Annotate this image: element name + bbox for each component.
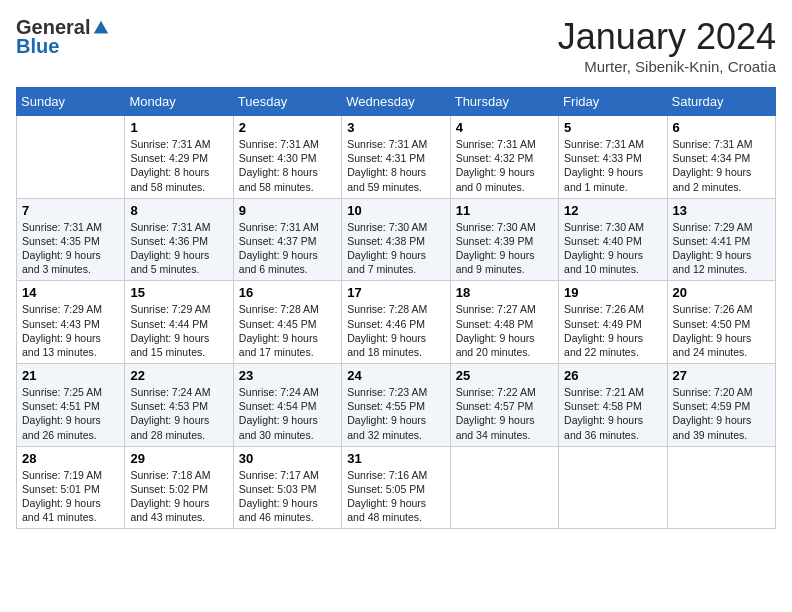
month-title: January 2024 <box>558 16 776 58</box>
calendar-cell: 10Sunrise: 7:30 AMSunset: 4:38 PMDayligh… <box>342 198 450 281</box>
weekday-header-cell: Wednesday <box>342 88 450 116</box>
calendar-cell: 7Sunrise: 7:31 AMSunset: 4:35 PMDaylight… <box>17 198 125 281</box>
day-number: 21 <box>22 368 119 383</box>
page-header: General Blue January 2024 Murter, Sibeni… <box>16 16 776 75</box>
calendar-week-row: 7Sunrise: 7:31 AMSunset: 4:35 PMDaylight… <box>17 198 776 281</box>
day-number: 24 <box>347 368 444 383</box>
cell-sun-info: Sunrise: 7:17 AMSunset: 5:03 PMDaylight:… <box>239 468 336 525</box>
calendar-cell: 23Sunrise: 7:24 AMSunset: 4:54 PMDayligh… <box>233 364 341 447</box>
cell-sun-info: Sunrise: 7:30 AMSunset: 4:38 PMDaylight:… <box>347 220 444 277</box>
calendar-cell: 27Sunrise: 7:20 AMSunset: 4:59 PMDayligh… <box>667 364 775 447</box>
calendar-cell: 26Sunrise: 7:21 AMSunset: 4:58 PMDayligh… <box>559 364 667 447</box>
cell-sun-info: Sunrise: 7:23 AMSunset: 4:55 PMDaylight:… <box>347 385 444 442</box>
calendar-cell: 18Sunrise: 7:27 AMSunset: 4:48 PMDayligh… <box>450 281 558 364</box>
calendar-cell: 3Sunrise: 7:31 AMSunset: 4:31 PMDaylight… <box>342 116 450 199</box>
cell-sun-info: Sunrise: 7:31 AMSunset: 4:31 PMDaylight:… <box>347 137 444 194</box>
day-number: 14 <box>22 285 119 300</box>
logo-blue: Blue <box>16 35 59 58</box>
svg-marker-0 <box>94 20 108 33</box>
calendar-cell: 31Sunrise: 7:16 AMSunset: 5:05 PMDayligh… <box>342 446 450 529</box>
calendar-cell: 21Sunrise: 7:25 AMSunset: 4:51 PMDayligh… <box>17 364 125 447</box>
day-number: 3 <box>347 120 444 135</box>
calendar-cell: 22Sunrise: 7:24 AMSunset: 4:53 PMDayligh… <box>125 364 233 447</box>
day-number: 23 <box>239 368 336 383</box>
day-number: 11 <box>456 203 553 218</box>
calendar-cell: 12Sunrise: 7:30 AMSunset: 4:40 PMDayligh… <box>559 198 667 281</box>
day-number: 5 <box>564 120 661 135</box>
day-number: 7 <box>22 203 119 218</box>
cell-sun-info: Sunrise: 7:31 AMSunset: 4:34 PMDaylight:… <box>673 137 770 194</box>
calendar-cell: 1Sunrise: 7:31 AMSunset: 4:29 PMDaylight… <box>125 116 233 199</box>
day-number: 12 <box>564 203 661 218</box>
day-number: 10 <box>347 203 444 218</box>
weekday-header-cell: Saturday <box>667 88 775 116</box>
weekday-header-cell: Sunday <box>17 88 125 116</box>
calendar-cell: 30Sunrise: 7:17 AMSunset: 5:03 PMDayligh… <box>233 446 341 529</box>
calendar-cell: 8Sunrise: 7:31 AMSunset: 4:36 PMDaylight… <box>125 198 233 281</box>
calendar-cell: 29Sunrise: 7:18 AMSunset: 5:02 PMDayligh… <box>125 446 233 529</box>
logo-icon <box>92 19 110 37</box>
location: Murter, Sibenik-Knin, Croatia <box>558 58 776 75</box>
cell-sun-info: Sunrise: 7:31 AMSunset: 4:37 PMDaylight:… <box>239 220 336 277</box>
cell-sun-info: Sunrise: 7:22 AMSunset: 4:57 PMDaylight:… <box>456 385 553 442</box>
calendar-cell: 4Sunrise: 7:31 AMSunset: 4:32 PMDaylight… <box>450 116 558 199</box>
calendar-cell: 5Sunrise: 7:31 AMSunset: 4:33 PMDaylight… <box>559 116 667 199</box>
cell-sun-info: Sunrise: 7:31 AMSunset: 4:29 PMDaylight:… <box>130 137 227 194</box>
calendar-cell: 2Sunrise: 7:31 AMSunset: 4:30 PMDaylight… <box>233 116 341 199</box>
calendar-cell: 9Sunrise: 7:31 AMSunset: 4:37 PMDaylight… <box>233 198 341 281</box>
day-number: 22 <box>130 368 227 383</box>
weekday-header-cell: Thursday <box>450 88 558 116</box>
calendar-cell <box>450 446 558 529</box>
calendar-cell: 14Sunrise: 7:29 AMSunset: 4:43 PMDayligh… <box>17 281 125 364</box>
day-number: 15 <box>130 285 227 300</box>
cell-sun-info: Sunrise: 7:28 AMSunset: 4:46 PMDaylight:… <box>347 302 444 359</box>
cell-sun-info: Sunrise: 7:31 AMSunset: 4:32 PMDaylight:… <box>456 137 553 194</box>
calendar-cell <box>17 116 125 199</box>
weekday-header-cell: Tuesday <box>233 88 341 116</box>
day-number: 1 <box>130 120 227 135</box>
day-number: 31 <box>347 451 444 466</box>
day-number: 13 <box>673 203 770 218</box>
cell-sun-info: Sunrise: 7:18 AMSunset: 5:02 PMDaylight:… <box>130 468 227 525</box>
day-number: 6 <box>673 120 770 135</box>
calendar-table: SundayMondayTuesdayWednesdayThursdayFrid… <box>16 87 776 529</box>
cell-sun-info: Sunrise: 7:29 AMSunset: 4:44 PMDaylight:… <box>130 302 227 359</box>
day-number: 2 <box>239 120 336 135</box>
calendar-cell <box>667 446 775 529</box>
day-number: 30 <box>239 451 336 466</box>
cell-sun-info: Sunrise: 7:31 AMSunset: 4:30 PMDaylight:… <box>239 137 336 194</box>
cell-sun-info: Sunrise: 7:26 AMSunset: 4:50 PMDaylight:… <box>673 302 770 359</box>
day-number: 9 <box>239 203 336 218</box>
cell-sun-info: Sunrise: 7:30 AMSunset: 4:39 PMDaylight:… <box>456 220 553 277</box>
cell-sun-info: Sunrise: 7:19 AMSunset: 5:01 PMDaylight:… <box>22 468 119 525</box>
calendar-body: 1Sunrise: 7:31 AMSunset: 4:29 PMDaylight… <box>17 116 776 529</box>
calendar-week-row: 21Sunrise: 7:25 AMSunset: 4:51 PMDayligh… <box>17 364 776 447</box>
day-number: 26 <box>564 368 661 383</box>
cell-sun-info: Sunrise: 7:21 AMSunset: 4:58 PMDaylight:… <box>564 385 661 442</box>
day-number: 17 <box>347 285 444 300</box>
day-number: 18 <box>456 285 553 300</box>
calendar-cell: 6Sunrise: 7:31 AMSunset: 4:34 PMDaylight… <box>667 116 775 199</box>
cell-sun-info: Sunrise: 7:24 AMSunset: 4:53 PMDaylight:… <box>130 385 227 442</box>
cell-sun-info: Sunrise: 7:27 AMSunset: 4:48 PMDaylight:… <box>456 302 553 359</box>
calendar-cell: 24Sunrise: 7:23 AMSunset: 4:55 PMDayligh… <box>342 364 450 447</box>
cell-sun-info: Sunrise: 7:28 AMSunset: 4:45 PMDaylight:… <box>239 302 336 359</box>
weekday-header-row: SundayMondayTuesdayWednesdayThursdayFrid… <box>17 88 776 116</box>
day-number: 29 <box>130 451 227 466</box>
weekday-header-cell: Monday <box>125 88 233 116</box>
calendar-cell: 11Sunrise: 7:30 AMSunset: 4:39 PMDayligh… <box>450 198 558 281</box>
cell-sun-info: Sunrise: 7:26 AMSunset: 4:49 PMDaylight:… <box>564 302 661 359</box>
day-number: 4 <box>456 120 553 135</box>
cell-sun-info: Sunrise: 7:25 AMSunset: 4:51 PMDaylight:… <box>22 385 119 442</box>
calendar-cell <box>559 446 667 529</box>
calendar-cell: 28Sunrise: 7:19 AMSunset: 5:01 PMDayligh… <box>17 446 125 529</box>
cell-sun-info: Sunrise: 7:31 AMSunset: 4:36 PMDaylight:… <box>130 220 227 277</box>
calendar-cell: 13Sunrise: 7:29 AMSunset: 4:41 PMDayligh… <box>667 198 775 281</box>
day-number: 28 <box>22 451 119 466</box>
cell-sun-info: Sunrise: 7:30 AMSunset: 4:40 PMDaylight:… <box>564 220 661 277</box>
cell-sun-info: Sunrise: 7:24 AMSunset: 4:54 PMDaylight:… <box>239 385 336 442</box>
calendar-week-row: 1Sunrise: 7:31 AMSunset: 4:29 PMDaylight… <box>17 116 776 199</box>
calendar-cell: 15Sunrise: 7:29 AMSunset: 4:44 PMDayligh… <box>125 281 233 364</box>
logo: General Blue <box>16 16 110 58</box>
day-number: 25 <box>456 368 553 383</box>
